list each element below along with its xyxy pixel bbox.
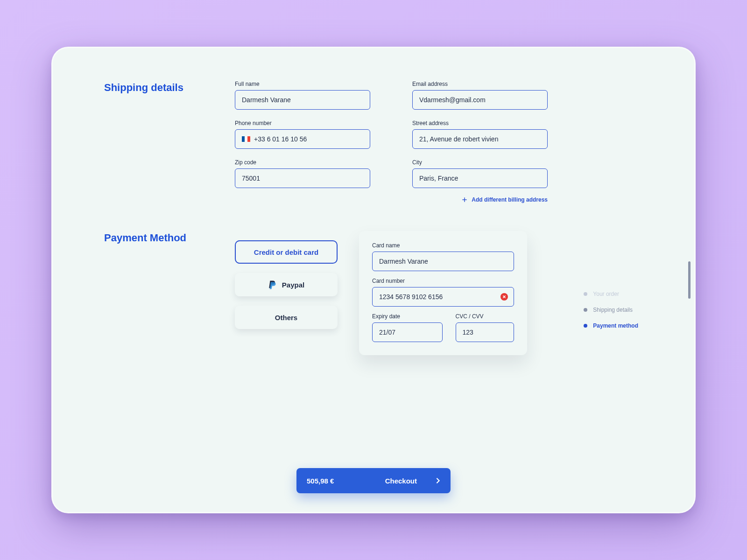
shipping-section: Shipping details Full name Darmesh Varan… xyxy=(104,81,643,203)
full-name-input[interactable]: Darmesh Varane xyxy=(235,90,370,110)
street-value: 21, Avenue de robert vivien xyxy=(419,135,498,143)
city-value: Paris, France xyxy=(419,175,458,182)
tab-paypal[interactable]: Paypal xyxy=(235,273,338,296)
shipping-title: Shipping details xyxy=(104,81,197,203)
tab-credit-card[interactable]: Credit or debit card xyxy=(235,240,338,264)
card-name-value: Darmesh Varane xyxy=(379,258,428,265)
card-name-input[interactable]: Darmesh Varane xyxy=(372,252,514,271)
progress-order-label: Your order xyxy=(593,291,619,297)
expiry-input[interactable]: 21/07 xyxy=(372,322,443,342)
full-name-field: Full name Darmesh Varane xyxy=(235,81,370,110)
payment-method-tabs: Credit or debit card Paypal Others xyxy=(235,231,338,355)
expiry-field: Expiry date 21/07 xyxy=(372,313,443,342)
progress-payment-label: Payment method xyxy=(593,322,638,329)
plus-icon xyxy=(461,196,468,203)
expiry-value: 21/07 xyxy=(379,329,395,336)
phone-input[interactable]: +33 6 01 16 10 56 xyxy=(235,129,370,149)
street-input[interactable]: 21, Avenue de robert vivien xyxy=(412,129,548,149)
card-number-value: 1234 5678 9102 6156 xyxy=(379,293,443,301)
tab-paypal-label: Paypal xyxy=(282,281,304,289)
error-icon xyxy=(500,293,508,301)
zip-field: Zip code 75001 xyxy=(235,159,370,188)
phone-label: Phone number xyxy=(235,120,370,126)
email-label: Email address xyxy=(412,81,548,87)
zip-value: 75001 xyxy=(242,175,260,182)
progress-step-order[interactable]: Your order xyxy=(584,291,638,297)
dot-icon xyxy=(584,324,587,328)
add-billing-button[interactable]: Add different billing address xyxy=(412,196,548,203)
tab-credit-card-label: Credit or debit card xyxy=(254,248,318,256)
card-details-panel: Card name Darmesh Varane Card number 123… xyxy=(359,231,527,355)
payment-section: Payment Method Credit or debit card Payp… xyxy=(104,231,643,355)
full-name-label: Full name xyxy=(235,81,370,87)
checkout-total: 505,98 € xyxy=(307,477,334,485)
cvc-field: CVC / CVV 123 xyxy=(456,313,514,342)
progress-step-shipping[interactable]: Shipping details xyxy=(584,307,638,313)
email-field: Email address Vdarmesh@gmail.com xyxy=(412,81,548,110)
scrollbar[interactable] xyxy=(688,261,691,299)
card-name-field: Card name Darmesh Varane xyxy=(372,242,514,271)
card-number-input[interactable]: 1234 5678 9102 6156 xyxy=(372,287,514,307)
zip-label: Zip code xyxy=(235,159,370,166)
email-input[interactable]: Vdarmesh@gmail.com xyxy=(412,90,548,110)
phone-field: Phone number +33 6 01 16 10 56 xyxy=(235,120,370,149)
card-name-label: Card name xyxy=(372,242,514,249)
progress-rail: Your order Shipping details Payment meth… xyxy=(584,291,638,329)
cvc-value: 123 xyxy=(463,329,473,336)
street-field: Street address 21, Avenue de robert vivi… xyxy=(412,120,548,149)
chevron-right-icon xyxy=(436,477,440,484)
checkout-label: Checkout xyxy=(385,477,417,485)
tab-others[interactable]: Others xyxy=(235,306,338,329)
tab-others-label: Others xyxy=(275,314,297,322)
dot-icon xyxy=(584,292,587,296)
zip-input[interactable]: 75001 xyxy=(235,168,370,188)
device-frame: Shipping details Full name Darmesh Varan… xyxy=(51,47,696,513)
email-value: Vdarmesh@gmail.com xyxy=(419,96,486,104)
checkout-button[interactable]: 505,98 € Checkout xyxy=(296,468,451,493)
city-input[interactable]: Paris, France xyxy=(412,168,548,188)
phone-value: +33 6 01 16 10 56 xyxy=(254,135,307,143)
paypal-icon xyxy=(268,280,276,289)
street-label: Street address xyxy=(412,120,548,126)
cvc-input[interactable]: 123 xyxy=(456,322,514,342)
dot-icon xyxy=(584,308,587,312)
progress-shipping-label: Shipping details xyxy=(593,307,633,313)
card-number-label: Card number xyxy=(372,278,514,284)
cvc-label: CVC / CVV xyxy=(456,313,514,320)
payment-title: Payment Method xyxy=(104,231,197,355)
flag-france-icon xyxy=(242,136,250,142)
expiry-label: Expiry date xyxy=(372,313,443,320)
city-field: City Paris, France xyxy=(412,159,548,188)
progress-step-payment[interactable]: Payment method xyxy=(584,322,638,329)
city-label: City xyxy=(412,159,548,166)
full-name-value: Darmesh Varane xyxy=(242,96,291,104)
card-number-field: Card number 1234 5678 9102 6156 xyxy=(372,278,514,307)
add-billing-label: Add different billing address xyxy=(472,196,548,203)
